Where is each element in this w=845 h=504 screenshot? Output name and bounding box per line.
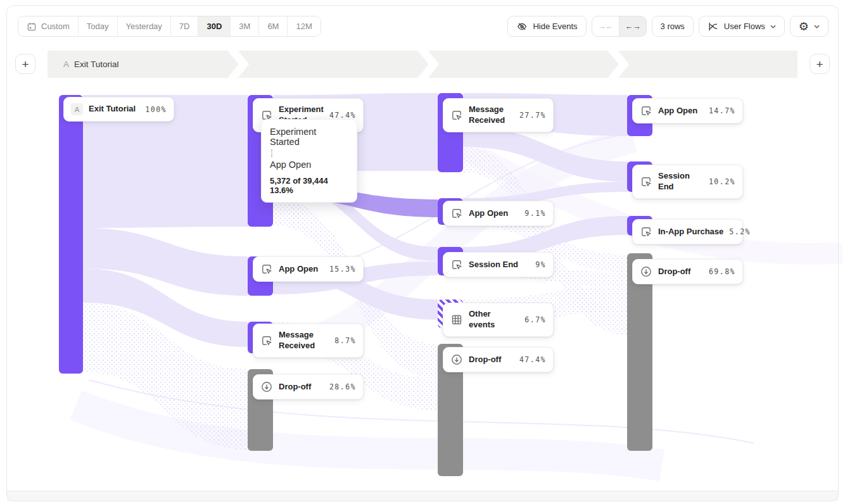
date-range-custom[interactable]: Custom <box>18 16 78 36</box>
flow-node-app-open-3[interactable]: App Open 9.1% <box>443 201 554 226</box>
flow-node-app-open-2[interactable]: App Open 15.3% <box>253 256 364 282</box>
tooltip-source: Experiment Started <box>270 127 348 147</box>
event-icon <box>640 225 652 238</box>
rows-button[interactable]: 3 rows <box>652 16 694 37</box>
step-chevron-separators <box>48 51 797 78</box>
node-percent: 28.6% <box>329 382 356 391</box>
event-icon <box>260 334 273 347</box>
tooltip-target: App Open <box>270 160 348 170</box>
tooltip-detail: 5,372 of 39,444 13.6% <box>270 176 348 195</box>
hide-events-button[interactable]: Hide Events <box>507 16 586 37</box>
event-icon <box>450 207 463 220</box>
event-icon <box>450 258 463 271</box>
node-percent: 8.7% <box>334 336 356 345</box>
dropoff-icon <box>260 381 273 393</box>
user-flows-icon <box>708 21 719 32</box>
bottom-scroll-strip[interactable] <box>7 491 838 501</box>
date-range-7d[interactable]: 7D <box>170 16 198 36</box>
chevron-down-icon <box>814 25 820 28</box>
date-range-yesterday[interactable]: Yesterday <box>117 16 170 36</box>
add-step-right-button[interactable]: + <box>810 54 830 74</box>
event-icon <box>260 263 273 275</box>
link-tooltip: Experiment Started App Open 5,372 of 39,… <box>261 119 357 203</box>
date-range-30d[interactable]: 30D <box>198 16 230 36</box>
dropoff-icon <box>450 353 463 366</box>
view-selector-button[interactable]: User Flows <box>699 16 785 37</box>
flow-node-other-events-3[interactable]: Other events 6.7% <box>443 303 554 337</box>
node-label: Other events <box>469 309 519 331</box>
eye-off-icon <box>516 21 528 32</box>
add-step-left-button[interactable]: + <box>15 54 35 74</box>
node-percent: 14.7% <box>709 106 735 115</box>
node-label: Session End <box>658 171 703 192</box>
step-header-band: A Exit Tutorial <box>48 51 797 78</box>
flow-node-dropoff-3[interactable]: Drop-off 47.4% <box>443 347 554 372</box>
node-percent: 9.1% <box>524 209 546 218</box>
flow-node-message-received-2[interactable]: Message Received 8.7% <box>253 324 364 358</box>
node-label: App Open <box>658 106 697 117</box>
toolbar: Custom Today Yesterday 7D 30D 3M 6M 12M … <box>18 16 829 37</box>
node-percent: 100% <box>145 105 167 114</box>
node-label: Message Received <box>279 330 329 351</box>
node-label: App Open <box>279 264 318 275</box>
chevron-down-icon <box>770 25 776 28</box>
flow-node-dropoff-4[interactable]: Drop-off 69.8% <box>632 259 743 284</box>
flow-node-in-app-purchase-4[interactable]: In-App Purchase 5.2% <box>632 219 743 244</box>
toolbar-right: Hide Events →← ←→ 3 rows User Flows ⚙ <box>507 16 829 37</box>
width-toggle: →← ←→ <box>592 16 647 37</box>
node-bar-exit-tutorial[interactable] <box>59 95 83 374</box>
flow-node-session-end-4[interactable]: Session End 10.2% <box>632 165 743 199</box>
node-percent: 6.7% <box>524 315 546 324</box>
date-range-12m[interactable]: 12M <box>287 16 320 36</box>
node-label: In-App Purchase <box>658 227 723 237</box>
node-percent: 69.8% <box>709 267 735 276</box>
gear-icon: ⚙ <box>799 21 809 32</box>
event-icon <box>640 175 652 188</box>
step-prefix: A <box>63 60 69 69</box>
node-label: Message Received <box>469 104 514 126</box>
flow-node-session-end-3[interactable]: Session End 9% <box>443 252 554 277</box>
date-range-selector: Custom Today Yesterday 7D 30D 3M 6M 12M <box>18 16 321 37</box>
flow-node-dropoff-2[interactable]: Drop-off 28.6% <box>253 374 364 400</box>
node-label: Drop-off <box>279 382 311 393</box>
node-percent: 47.4% <box>519 355 546 364</box>
calendar-icon <box>27 22 37 32</box>
flow-node-app-open-4[interactable]: App Open 14.7% <box>632 98 743 123</box>
tooltip-connector <box>271 149 272 157</box>
node-label: Exit Tutorial <box>89 104 136 115</box>
node-percent: 9% <box>535 260 546 269</box>
settings-button[interactable]: ⚙ <box>790 16 829 37</box>
dropoff-icon <box>640 265 652 278</box>
node-percent: 47.4% <box>329 111 356 120</box>
step-label[interactable]: A Exit Tutorial <box>63 51 119 78</box>
node-percent: 15.3% <box>329 265 356 274</box>
step-title: Exit Tutorial <box>74 60 119 69</box>
node-percent: 27.7% <box>519 111 546 120</box>
expand-columns-button[interactable]: ←→ <box>619 16 646 36</box>
step-letter-badge: A <box>71 103 83 115</box>
flow-node-exit-tutorial[interactable]: A Exit Tutorial 100% <box>63 97 174 122</box>
node-label: App Open <box>469 208 508 219</box>
node-label: Session End <box>469 260 518 270</box>
node-label: Drop-off <box>658 267 690 277</box>
grid-icon <box>450 313 463 326</box>
date-range-today[interactable]: Today <box>78 16 117 36</box>
node-label: Drop-off <box>469 355 501 365</box>
event-icon <box>450 109 463 122</box>
collapse-columns-button[interactable]: →← <box>592 16 619 36</box>
node-percent: 10.2% <box>709 177 735 186</box>
date-range-6m[interactable]: 6M <box>258 16 287 36</box>
event-icon <box>640 104 652 117</box>
date-range-3m[interactable]: 3M <box>230 16 258 36</box>
flow-node-message-received-3[interactable]: Message Received 27.7% <box>443 98 554 132</box>
node-percent: 5.2% <box>729 227 751 236</box>
